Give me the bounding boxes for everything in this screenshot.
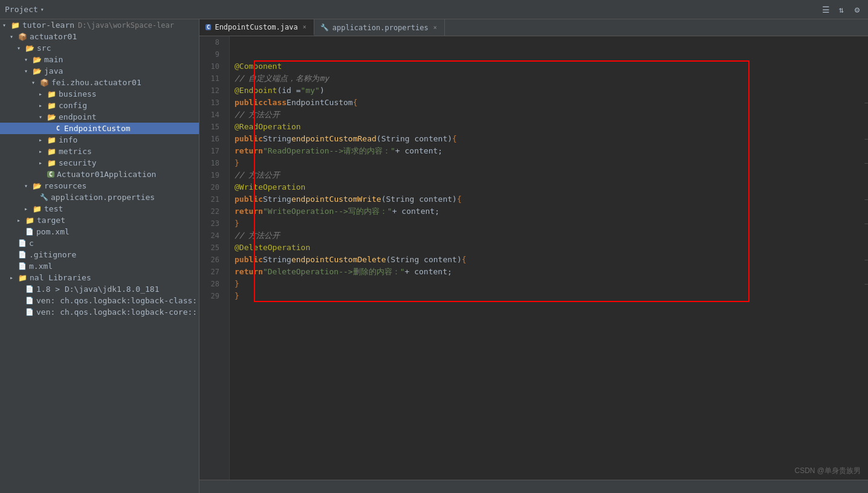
sidebar-item-logback-core[interactable]: 📄ven: ch.qos.logback:logback-core:: bbox=[0, 306, 199, 318]
file-icon: 📄 bbox=[25, 308, 34, 316]
toolbar-icon-2[interactable]: ⇅ bbox=[835, 4, 847, 16]
token-plain: + content; bbox=[395, 145, 442, 157]
line-number: 17 bbox=[199, 145, 224, 157]
sidebar-label: application.properties bbox=[51, 193, 155, 202]
line-number: 9 bbox=[199, 48, 224, 60]
tab-tab-properties[interactable]: 🔧application.properties× bbox=[314, 19, 445, 36]
sidebar-label: test bbox=[44, 204, 63, 213]
sidebar-item-fei.zhou.actuator01[interactable]: ▾📦fei.zhou.actuator01 bbox=[0, 77, 199, 88]
sidebar-item-actuator01[interactable]: ▾📦actuator01 bbox=[0, 31, 199, 42]
status-bar bbox=[199, 480, 868, 493]
code-line: return "DeleteOperation-->删除的内容：" + cont… bbox=[235, 266, 868, 278]
file-icon: 📂 bbox=[33, 67, 42, 76]
arrow-icon: ▾ bbox=[2, 22, 10, 28]
line-number: 24 bbox=[199, 230, 224, 242]
toolbar-icon-1[interactable]: ☰ bbox=[820, 4, 832, 16]
arrow-icon: ▸ bbox=[39, 160, 46, 166]
project-dropdown[interactable]: Project ▾ bbox=[5, 5, 44, 14]
token-kw: public bbox=[235, 133, 263, 145]
code-lines[interactable]: ●@Component// 自定义端点，名称为my@Endpoint(id = … bbox=[230, 36, 868, 480]
line-number: 21 bbox=[199, 193, 224, 205]
file-icon: 📂 bbox=[25, 44, 34, 53]
sidebar-item-m.xml[interactable]: 📄m.xml bbox=[0, 260, 199, 272]
sidebar-item-test[interactable]: ▸📁test bbox=[0, 203, 199, 214]
sidebar-item-security[interactable]: ▸📁security bbox=[0, 157, 199, 169]
arrow-icon: ▾ bbox=[24, 56, 31, 63]
sidebar-item-java[interactable]: ▾📂java bbox=[0, 65, 199, 77]
sidebar-item-info[interactable]: ▸📁info bbox=[0, 134, 199, 146]
sidebar-item-metrics[interactable]: ▸📁metrics bbox=[0, 146, 199, 157]
sidebar-label: ven: ch.qos.logback:logback-core:: bbox=[36, 308, 197, 317]
fold-icon[interactable]: — bbox=[865, 133, 868, 145]
sidebar-item-logback-classic[interactable]: 📄ven: ch.qos.logback:logback-class: bbox=[0, 295, 199, 306]
token-annotation: @ReadOperation bbox=[235, 121, 301, 133]
file-icon: 📦 bbox=[18, 33, 27, 41]
editor-container: 8910111213141516171819202122232425262728… bbox=[199, 36, 868, 480]
file-icon: 📁 bbox=[47, 159, 56, 167]
sidebar-item-business[interactable]: ▸📁business bbox=[0, 88, 199, 100]
line-number: 14 bbox=[199, 109, 224, 121]
sidebar-label: actuator01 bbox=[30, 32, 77, 41]
sidebar-label: business bbox=[59, 89, 97, 98]
sidebar-item-tutor-learn[interactable]: ▾📁tutor-learnD:\java\workSpace-lear bbox=[0, 19, 199, 31]
sidebar-label: .gitignore bbox=[29, 250, 76, 259]
sidebar-label: endpoint bbox=[59, 112, 97, 121]
line-number: 11 bbox=[199, 72, 224, 85]
sidebar-item-pom.xml[interactable]: 📄pom.xml bbox=[0, 226, 199, 237]
file-icon: 📄 bbox=[25, 285, 34, 293]
token-kw: public bbox=[235, 97, 263, 109]
sidebar-item-Actuator01Application[interactable]: CActuator01Application bbox=[0, 169, 199, 180]
project-dropdown-icon[interactable]: ▾ bbox=[40, 6, 44, 13]
fold-icon[interactable]: — bbox=[865, 278, 868, 290]
file-icon: 📄 bbox=[18, 251, 27, 259]
token-plain: (String content) bbox=[377, 133, 452, 145]
fold-icon[interactable]: — bbox=[865, 254, 868, 266]
token-kw: return bbox=[235, 266, 263, 278]
sidebar-item-jdk18[interactable]: 📄1.8 > D:\java\jdk1.8.0_181 bbox=[0, 283, 199, 295]
sidebar-item-resources[interactable]: ▾📂resources bbox=[0, 180, 199, 192]
file-icon: 📁 bbox=[11, 21, 20, 30]
arrow-icon: ▸ bbox=[17, 217, 24, 224]
sidebar-item-nal-libraries[interactable]: ▸📁nal Libraries bbox=[0, 272, 199, 283]
token-kw: public bbox=[235, 254, 263, 266]
code-line: return "ReadOperation-->请求的内容：" + conten… bbox=[235, 145, 868, 157]
sidebar-item-EndpointCustom[interactable]: CEndpointCustom bbox=[0, 123, 199, 134]
sidebar-item-gitignore[interactable]: 📄.gitignore bbox=[0, 249, 199, 260]
code-line: @DeleteOperation bbox=[235, 242, 868, 254]
token-plain: ( bbox=[277, 85, 282, 97]
sidebar: ▾📁tutor-learnD:\java\workSpace-lear▾📦act… bbox=[0, 19, 199, 493]
sidebar-item-application.properties[interactable]: 🔧application.properties bbox=[0, 192, 199, 203]
token-annotation: @WriteOperation bbox=[235, 181, 305, 193]
settings-icon[interactable]: ⚙ bbox=[851, 4, 863, 16]
token-plain: ) bbox=[320, 85, 325, 97]
arrow-icon: ▾ bbox=[10, 33, 17, 40]
tab-close-button[interactable]: × bbox=[432, 24, 438, 31]
line-number: 25 bbox=[199, 242, 224, 254]
sidebar-item-endpoint[interactable]: ▾📂endpoint bbox=[0, 111, 199, 123]
fold-icon[interactable]: — bbox=[865, 157, 868, 169]
file-icon: 📂 bbox=[33, 182, 42, 190]
line-number: 13 bbox=[199, 97, 224, 109]
token-brace: { bbox=[353, 97, 358, 109]
code-line: — public String endpointCustomRead(Strin… bbox=[235, 133, 868, 145]
code-line: — } bbox=[235, 157, 868, 169]
sidebar-label: Actuator01Application bbox=[57, 170, 156, 179]
token-brace: } bbox=[235, 218, 239, 230]
tab-close-button[interactable]: × bbox=[302, 24, 308, 30]
code-line: // 方法公开 bbox=[235, 230, 868, 242]
arrow-icon: ▾ bbox=[24, 182, 31, 189]
sidebar-item-target[interactable]: ▸📁target bbox=[0, 214, 199, 226]
tab-tab-endpoint[interactable]: CEndpointCustom.java× bbox=[199, 19, 314, 36]
sidebar-item-config[interactable]: ▸📁config bbox=[0, 100, 199, 111]
code-line: // 方法公开 bbox=[235, 169, 868, 181]
fold-icon[interactable]: — bbox=[865, 97, 868, 109]
sidebar-label: info bbox=[59, 135, 77, 144]
sidebar-item-c-placeholder[interactable]: 📄c bbox=[0, 237, 199, 249]
fold-icon[interactable]: — bbox=[865, 218, 868, 230]
main-layout: ▾📁tutor-learnD:\java\workSpace-lear▾📦act… bbox=[0, 19, 868, 493]
token-brace: { bbox=[457, 193, 462, 205]
fold-icon[interactable]: — bbox=[865, 193, 868, 205]
sidebar-item-src[interactable]: ▾📂src bbox=[0, 42, 199, 54]
sidebar-label: pom.xml bbox=[36, 227, 70, 236]
sidebar-item-main[interactable]: ▾📂main bbox=[0, 54, 199, 65]
